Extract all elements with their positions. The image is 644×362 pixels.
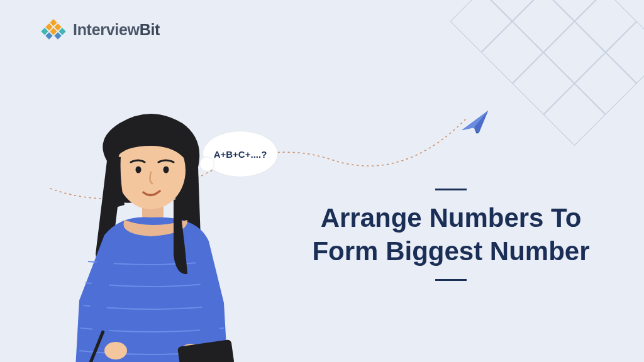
- svg-rect-2: [54, 23, 61, 30]
- svg-rect-4: [50, 28, 57, 35]
- brand-logo: InterviewBit: [39, 18, 160, 41]
- woman-illustration: [50, 104, 252, 362]
- svg-rect-5: [58, 28, 65, 35]
- paper-plane-icon: [458, 108, 496, 137]
- svg-rect-6: [45, 32, 52, 39]
- svg-point-11: [164, 167, 169, 173]
- svg-rect-7: [54, 32, 61, 39]
- brand-name: InterviewBit: [73, 21, 160, 39]
- title-block: Arrange Numbers To Form Biggest Number: [303, 189, 599, 281]
- logo-mark-icon: [39, 18, 68, 41]
- page-title: Arrange Numbers To Form Biggest Number: [303, 202, 599, 268]
- title-divider-top: [435, 189, 467, 190]
- svg-rect-3: [41, 28, 48, 35]
- svg-rect-0: [50, 19, 57, 26]
- svg-point-12: [104, 342, 127, 359]
- svg-point-10: [136, 167, 142, 173]
- title-divider-bottom: [435, 279, 467, 281]
- svg-rect-1: [45, 23, 52, 30]
